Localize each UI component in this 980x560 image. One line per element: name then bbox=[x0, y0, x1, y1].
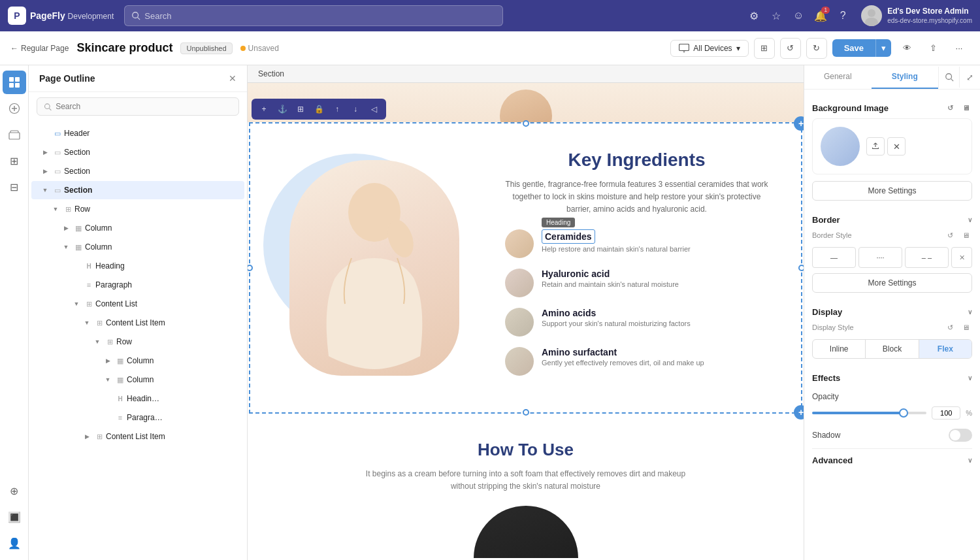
tree-item-heading2[interactable]: H Headin… bbox=[31, 389, 244, 408]
tree-toggle-col2[interactable]: ▼ bbox=[60, 241, 72, 253]
canvas-toolbar[interactable]: + ⚓ ⊞ 🔒 ↑ ↓ ◁ bbox=[252, 99, 386, 120]
nav-tab-integrations[interactable]: ⊕ bbox=[3, 479, 26, 502]
display-monitor-icon[interactable]: 🖥 bbox=[959, 321, 972, 334]
tree-item-col4[interactable]: ▼ ▦ Column bbox=[31, 371, 244, 389]
tree-item-section1[interactable]: ▶ ▭ Section bbox=[31, 143, 244, 161]
panel-search-button[interactable] bbox=[938, 67, 959, 88]
close-sidebar-button[interactable]: ✕ bbox=[229, 73, 237, 84]
tab-general[interactable]: General bbox=[804, 65, 872, 89]
add-handle-bottom[interactable]: + bbox=[794, 405, 804, 420]
share-button[interactable]: ⇧ bbox=[923, 38, 943, 59]
tree-toggle-cli1[interactable]: ▼ bbox=[81, 317, 93, 329]
tree-item-cli2[interactable]: ▶ ⊞ Content List Item bbox=[31, 427, 244, 446]
tree-item-section2[interactable]: ▶ ▭ Section bbox=[31, 162, 244, 180]
border-none-button[interactable]: ✕ bbox=[951, 247, 972, 268]
support-icon[interactable]: ☺ bbox=[792, 9, 805, 22]
tool-copy[interactable]: ⊞ bbox=[293, 102, 308, 116]
preview-button[interactable]: 👁 bbox=[896, 38, 917, 59]
redo-button[interactable]: ↻ bbox=[806, 38, 827, 59]
tree-toggle-row1[interactable]: ▼ bbox=[50, 203, 61, 215]
nav-tab-store[interactable] bbox=[3, 123, 26, 146]
display-flex-button[interactable]: Flex bbox=[919, 340, 972, 358]
star-icon[interactable]: ☆ bbox=[770, 9, 783, 22]
bg-reset-icon[interactable]: ↺ bbox=[943, 101, 956, 114]
tool-lock[interactable]: 🔒 bbox=[312, 102, 326, 116]
bg-delete-button[interactable]: ✕ bbox=[887, 137, 906, 156]
tree-item-cli1[interactable]: ▼ ⊞ Content List Item bbox=[31, 314, 244, 332]
tree-toggle-s3[interactable]: ▼ bbox=[39, 184, 51, 196]
tree-item-col2[interactable]: ▼ ▦ Column bbox=[31, 238, 244, 256]
tree-toggle-row2[interactable]: ▼ bbox=[91, 336, 103, 348]
resize-handle-top[interactable] bbox=[523, 120, 529, 127]
add-handle-top[interactable]: + bbox=[794, 116, 804, 131]
bg-more-settings-button[interactable]: More Settings bbox=[812, 181, 972, 201]
tree-item-content-list[interactable]: ▼ ⊞ Content List bbox=[31, 295, 244, 313]
advanced-header[interactable]: Advanced ∨ bbox=[812, 448, 972, 469]
opacity-slider-thumb[interactable] bbox=[899, 408, 908, 418]
opacity-slider[interactable] bbox=[812, 412, 926, 414]
nav-tab-add[interactable] bbox=[3, 97, 26, 120]
opacity-input[interactable] bbox=[932, 406, 960, 420]
display-inline-button[interactable]: Inline bbox=[813, 340, 866, 358]
nav-tab-grid[interactable]: ⊞ bbox=[3, 149, 26, 173]
more-options-button[interactable]: ··· bbox=[949, 38, 970, 59]
resize-handle-right[interactable] bbox=[798, 265, 804, 271]
tree-toggle-col1[interactable]: ▶ bbox=[60, 222, 72, 234]
tree-item-row1[interactable]: ▼ ⊞ Row bbox=[31, 200, 244, 218]
bg-monitor-icon[interactable]: 🖥 bbox=[959, 101, 972, 114]
tree-toggle-cl[interactable]: ▼ bbox=[71, 298, 82, 310]
display-reset-icon[interactable]: ↺ bbox=[943, 321, 956, 334]
border-reset-icon[interactable]: ↺ bbox=[943, 229, 956, 242]
shadow-toggle[interactable] bbox=[949, 429, 972, 442]
tool-move-up[interactable]: ↑ bbox=[330, 102, 344, 116]
border-header[interactable]: Border ∨ bbox=[812, 211, 972, 229]
tree-item-header[interactable]: ▭ Header bbox=[31, 124, 244, 142]
bg-image-header[interactable]: Background Image ↺ 🖥 bbox=[812, 97, 972, 118]
tree-item-para1[interactable]: ≡ Paragraph bbox=[31, 276, 244, 294]
tool-move-down[interactable]: ↓ bbox=[348, 102, 363, 116]
tree-item-col3[interactable]: ▶ ▦ Column bbox=[31, 352, 244, 370]
display-block-button[interactable]: Block bbox=[866, 340, 919, 358]
undo-button[interactable]: ↺ bbox=[780, 38, 801, 59]
sidebar-search-input[interactable] bbox=[56, 102, 232, 111]
display-header[interactable]: Display ∨ bbox=[812, 303, 972, 321]
tree-toggle-s2[interactable]: ▶ bbox=[39, 165, 51, 177]
panel-fullscreen-button[interactable]: ⤢ bbox=[959, 67, 980, 88]
tree-toggle-s1[interactable]: ▶ bbox=[39, 146, 51, 158]
settings-icon[interactable]: ⚙ bbox=[747, 9, 760, 22]
nav-tab-settings[interactable]: 🔳 bbox=[3, 505, 26, 529]
nav-tab-user[interactable]: 👤 bbox=[3, 531, 26, 555]
tree-toggle-cli2[interactable]: ▶ bbox=[81, 431, 93, 442]
border-dashed-button[interactable]: – – bbox=[905, 247, 949, 268]
tree-item-row2[interactable]: ▼ ⊞ Row bbox=[31, 333, 244, 351]
tool-collapse[interactable]: ◁ bbox=[367, 102, 381, 116]
tree-toggle-col4[interactable]: ▼ bbox=[102, 374, 114, 386]
tool-link[interactable]: ⚓ bbox=[275, 102, 289, 116]
bg-upload-button[interactable] bbox=[866, 137, 885, 156]
tree-item-col1[interactable]: ▶ ▦ Column bbox=[31, 219, 244, 237]
border-more-settings-button[interactable]: More Settings bbox=[812, 273, 972, 293]
user-profile[interactable]: Ed's Dev Store Admin eds-dev-store.mysho… bbox=[861, 5, 972, 26]
tree-item-para2[interactable]: ≡ Paragra… bbox=[31, 408, 244, 427]
grid-view-button[interactable]: ⊞ bbox=[754, 38, 775, 59]
tree-toggle-col3[interactable]: ▶ bbox=[102, 355, 114, 367]
global-search[interactable]: Search bbox=[124, 5, 503, 26]
brand-logo[interactable]: P PageFly Development bbox=[8, 7, 114, 25]
tree-item-section3[interactable]: ▼ ▭ Section bbox=[31, 181, 244, 199]
notification-icon[interactable]: 🔔 1 bbox=[814, 9, 827, 22]
tool-add[interactable]: + bbox=[257, 102, 271, 116]
border-dotted-button[interactable]: ···· bbox=[858, 247, 902, 268]
tree-item-heading1[interactable]: H Heading bbox=[31, 257, 244, 275]
border-solid-button[interactable]: — bbox=[812, 247, 856, 268]
status-badge[interactable]: Unpublished bbox=[180, 42, 232, 54]
save-dropdown-button[interactable]: ▾ bbox=[875, 39, 891, 57]
save-button[interactable]: Save bbox=[832, 39, 875, 57]
tab-styling[interactable]: Styling bbox=[872, 65, 939, 89]
nav-tab-pages[interactable] bbox=[3, 71, 26, 94]
nav-tab-layers[interactable]: ⊟ bbox=[3, 175, 26, 199]
resize-handle-bottom[interactable] bbox=[523, 409, 529, 416]
help-icon[interactable]: ? bbox=[836, 9, 849, 22]
border-monitor-icon[interactable]: 🖥 bbox=[959, 229, 972, 242]
canvas-content[interactable]: + ⚓ ⊞ 🔒 ↑ ↓ ◁ + bbox=[248, 83, 804, 560]
device-selector[interactable]: All Devices ▾ bbox=[670, 40, 748, 57]
